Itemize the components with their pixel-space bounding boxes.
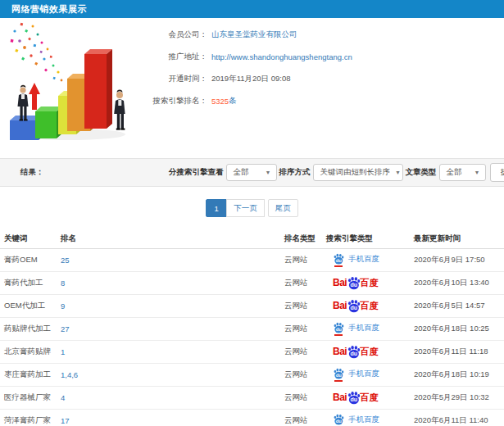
sort-select[interactable]: 关键词由短到长排序 ▼: [313, 164, 403, 181]
sort-filter-label: 排序方式: [279, 167, 311, 178]
baidu-logo: Baidu百度: [333, 345, 378, 359]
baidu-paw-icon: du: [347, 391, 361, 405]
company-name-link[interactable]: 山东皇圣堂药业有限公司: [211, 29, 297, 40]
table-header-row: 关键词 排名 排名类型 搜索引擎类型 最新更新时间: [0, 229, 504, 248]
mobile-baidu-label: 手机百度: [348, 323, 379, 333]
rank-count-value: 5325: [211, 97, 229, 106]
mobile-baidu-logo: du手机百度: [333, 414, 379, 425]
baidu-logo-cn: 百度: [360, 277, 378, 289]
baidu-logo: Baidu百度: [333, 276, 378, 290]
engine-type-cell: du手机百度: [326, 363, 412, 386]
table-row: 枣庄膏药加工1,4,6云网站du手机百度2020年6月18日 10:19: [0, 363, 504, 386]
mobile-baidu-label: 手机百度: [348, 415, 379, 425]
svg-text:du: du: [336, 327, 343, 332]
baidu-logo-cn: 百度: [360, 392, 378, 404]
rank-cell: 9: [61, 294, 283, 317]
company-label: 会员公司：: [146, 29, 207, 40]
chevron-down-icon: ▼: [266, 170, 271, 175]
keyword-cell: 北京膏药贴牌: [0, 340, 61, 363]
window-titlebar: 网络营销效果展示: [0, 0, 504, 18]
open-time-value: 2019年11月20日 09:08: [211, 74, 290, 84]
rank-type-cell: 云网站: [283, 294, 326, 317]
col-header-rank: 排名: [61, 229, 283, 248]
baidu-paw-icon: du: [347, 299, 361, 313]
engine-select[interactable]: 全部 ▼: [226, 164, 277, 181]
updated-time-cell: 2020年6月18日 10:19: [412, 363, 504, 386]
engine-type-cell: Baidu百度: [326, 386, 412, 409]
page-1-button[interactable]: 1: [206, 199, 227, 217]
engine-type-cell: Baidu百度: [326, 294, 412, 317]
table-row: OEM代加工9云网站Baidu百度2020年6月5日 14:57: [0, 294, 504, 317]
updated-time-cell: 2020年6月18日 10:25: [412, 317, 504, 340]
businessman-right: [114, 90, 125, 130]
baidu-paw-icon: du: [347, 345, 361, 359]
table-row: 北京膏药贴牌1云网站Baidu百度2020年6月11日 11:18: [0, 340, 504, 363]
info-row-open-time: 开通时间： 2019年11月20日 09:08: [146, 74, 352, 84]
article-type-value: 全部: [447, 167, 462, 178]
last-page-button[interactable]: 尾页: [268, 199, 298, 217]
updated-time-cell: 2020年5月29日 10:32: [412, 386, 504, 409]
table-row: 膏药代加工8云网站Baidu百度2020年6月10日 13:40: [0, 271, 504, 294]
pagination: 1 下一页 尾页: [0, 187, 504, 229]
svg-text:du: du: [351, 351, 358, 357]
rank-cell: 1,4,6: [61, 363, 283, 386]
submit-button[interactable]: 提交: [490, 163, 504, 182]
mobile-baidu-label: 手机百度: [348, 369, 379, 379]
baidu-paw-icon: du: [347, 276, 361, 290]
up-arrow: [29, 83, 40, 110]
rank-link[interactable]: 4: [61, 393, 65, 402]
rank-link[interactable]: 1: [61, 347, 65, 356]
article-type-select[interactable]: 全部 ▼: [439, 164, 486, 181]
baidu-logo: Baidu百度: [333, 299, 378, 313]
mobile-baidu-underline: [334, 265, 343, 267]
rank-link[interactable]: 8: [61, 279, 65, 288]
baidu-logo-bai: Bai: [333, 392, 347, 403]
keyword-cell: 膏药代加工: [0, 271, 61, 294]
article-type-label: 文章类型: [406, 167, 437, 178]
baidu-logo-bai: Bai: [333, 346, 347, 357]
rank-link[interactable]: 25: [61, 256, 70, 265]
rank-link[interactable]: 17: [61, 416, 70, 425]
engine-type-cell: du手机百度: [326, 317, 412, 340]
baidu-paw-icon: du: [333, 322, 344, 333]
promo-url-link[interactable]: http://www.shandonghuangshengtang.cn: [211, 52, 352, 61]
info-section: 会员公司： 山东皇圣堂药业有限公司 推广地址： http://www.shand…: [0, 18, 504, 158]
engine-select-value: 全部: [234, 167, 249, 178]
result-label: 结果：: [20, 167, 44, 178]
chevron-down-icon: ▼: [395, 170, 401, 175]
rank-type-cell: 云网站: [283, 248, 326, 271]
table-row: 膏药OEM25云网站du手机百度2020年6月9日 17:50: [0, 248, 504, 271]
baidu-logo-cn: 百度: [360, 346, 378, 358]
rank-link[interactable]: 9: [61, 301, 65, 310]
rank-type-cell: 云网站: [283, 317, 326, 340]
filter-group: 分搜索引擎查看 全部 ▼ 排序方式 关键词由短到长排序 ▼ 文章类型 全部 ▼ …: [166, 163, 504, 182]
baidu-logo-cn: 百度: [360, 300, 378, 312]
rank-link[interactable]: 27: [61, 324, 70, 333]
info-row-url: 推广地址： http://www.shandonghuangshengtang.…: [146, 52, 352, 61]
info-row-company: 会员公司： 山东皇圣堂药业有限公司: [146, 29, 352, 39]
updated-time-cell: 2020年6月11日 11:18: [412, 340, 504, 363]
updated-time-cell: 2020年6月5日 14:57: [412, 294, 504, 317]
baidu-logo-bai: Bai: [333, 277, 347, 288]
updated-time-cell: 2020年6月9日 17:50: [412, 248, 504, 271]
filter-bar: 结果： 分搜索引擎查看 全部 ▼ 排序方式 关键词由短到长排序 ▼ 文章类型 全…: [0, 158, 504, 187]
baidu-paw-icon: du: [333, 368, 344, 379]
baidu-logo: Baidu百度: [333, 391, 378, 405]
company-info: 会员公司： 山东皇圣堂药业有限公司 推广地址： http://www.shand…: [146, 29, 352, 118]
rank-type-cell: 云网站: [283, 340, 326, 363]
engine-type-cell: du手机百度: [326, 248, 412, 271]
updated-time-cell: 2020年6月11日 11:40: [412, 409, 504, 426]
rank-count-label: 搜索引擎排名：: [146, 96, 207, 106]
promo-url-label: 推广地址：: [146, 52, 207, 62]
rank-type-cell: 云网站: [283, 386, 326, 409]
mobile-baidu-underline: [334, 380, 343, 382]
rank-cell: 8: [61, 271, 283, 294]
info-row-rank-count: 搜索引擎排名： 5325条: [146, 96, 352, 106]
rank-link[interactable]: 1,4,6: [61, 370, 78, 379]
table-row: 医疗器械厂家4云网站Baidu百度2020年5月29日 10:32: [0, 386, 504, 409]
keyword-cell: 枣庄膏药加工: [0, 363, 61, 386]
mobile-baidu-logo: du手机百度: [333, 253, 379, 265]
next-page-button[interactable]: 下一页: [226, 199, 265, 217]
keyword-cell: 膏药OEM: [0, 248, 61, 271]
col-header-updated: 最新更新时间: [412, 229, 504, 248]
